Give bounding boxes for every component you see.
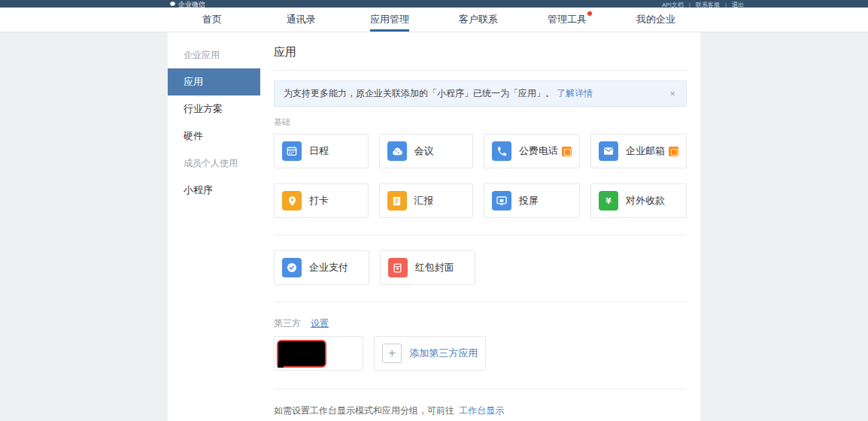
checkin-pin-icon	[282, 191, 302, 210]
top-dark-bar: 企业微信 API文档|联系客服|退出	[0, 0, 868, 8]
yuan-collect-icon: ¥	[599, 191, 618, 210]
separator: |	[689, 2, 690, 8]
notice-learn-more-link[interactable]: 了解详情	[557, 88, 593, 98]
notice-text: 为支持更多能力，原企业关联添加的「小程序」已统一为「应用」。 了解详情	[284, 87, 668, 100]
meeting-cloud-icon	[387, 141, 407, 161]
topbar-link-api-docs[interactable]: API文档	[662, 1, 684, 8]
group-label-basic: 基础	[274, 117, 687, 128]
cast-screen-icon	[492, 191, 511, 210]
notice-banner: 为支持更多能力，原企业关联添加的「小程序」已统一为「应用」。 了解详情 ×	[274, 80, 687, 107]
app-card-meeting-cloud[interactable]: 会议	[379, 134, 474, 168]
primary-navbar: 首页通讯录应用管理客户联系管理工具我的企业	[0, 8, 868, 32]
notification-dot	[587, 11, 592, 16]
promo-badge-icon	[562, 147, 572, 156]
topbar-link-support[interactable]: 联系客服	[696, 1, 720, 8]
third-party-label: 第三方	[274, 317, 301, 330]
wechat-work-logo-icon	[169, 1, 176, 8]
topbar-link-logout[interactable]: 退出	[732, 1, 744, 8]
sidebar-item-industry-solutions[interactable]: 行业方案	[168, 95, 260, 123]
third-party-header: 第三方 设置	[274, 317, 687, 330]
sidebar-item-hardware[interactable]: 硬件	[168, 123, 260, 150]
redacted-app-name	[277, 340, 326, 368]
svg-text:¥: ¥	[605, 196, 612, 206]
separator: |	[725, 2, 727, 8]
content-area: 应用 为支持更多能力，原企业关联添加的「小程序」已统一为「应用」。 了解详情 ×…	[260, 32, 700, 421]
divider	[274, 301, 687, 302]
app-card-mail[interactable]: 企业邮箱	[590, 134, 687, 168]
app-label: 日程	[309, 144, 329, 158]
redaction-notch	[278, 364, 284, 368]
wechat-work-logo: 企业微信	[169, 0, 205, 8]
nav-tab-customer-contact[interactable]: 客户联系	[434, 8, 523, 32]
sidebar-item-miniprogram[interactable]: 小程序	[168, 177, 260, 204]
sidebar-section-header: 企业应用	[168, 41, 260, 68]
phone-icon	[492, 141, 511, 161]
page-title: 应用	[274, 45, 687, 71]
nav-tabs: 首页通讯录应用管理客户联系管理工具我的企业	[168, 8, 700, 32]
sidebar-section-header: 成员个人使用	[168, 150, 260, 177]
nav-tab-label: 客户联系	[459, 8, 498, 32]
app-label: 投屏	[519, 194, 539, 207]
app-label: 打卡	[309, 194, 329, 207]
app-label: 对外收款	[626, 194, 665, 207]
apps-grid-third-party: + 添加第三方应用	[274, 336, 687, 371]
calendar-icon	[282, 141, 302, 161]
app-card-calendar[interactable]: 日程	[274, 134, 369, 168]
app-label: 红包封面	[415, 261, 454, 274]
main-panel: 企业应用应用行业方案硬件成员个人使用小程序 应用 为支持更多能力，原企业关联添加…	[168, 32, 700, 421]
app-label: 汇报	[414, 194, 434, 207]
red-packet-icon	[388, 258, 408, 277]
promo-badge-icon	[669, 147, 678, 156]
app-card-cast-screen[interactable]: 投屏	[484, 183, 580, 218]
page-body: 企业应用应用行业方案硬件成员个人使用小程序 应用 为支持更多能力，原企业关联添加…	[0, 32, 868, 421]
app-card-yuan-collect[interactable]: ¥对外收款	[590, 183, 687, 218]
topbar-links: API文档|联系客服|退出	[662, 1, 744, 8]
app-label: 企业支付	[309, 261, 348, 274]
app-card-checkin-pin[interactable]: 打卡	[274, 183, 369, 218]
mail-icon	[599, 141, 618, 161]
workbench-display-link[interactable]: 工作台显示	[459, 405, 504, 416]
third-party-settings-link[interactable]: 设置	[311, 317, 329, 330]
nav-tab-label: 我的企业	[636, 8, 675, 32]
nav-tab-app-management[interactable]: 应用管理	[345, 8, 434, 32]
app-label: 会议	[414, 144, 434, 158]
add-third-party-label: 添加第三方应用	[409, 347, 478, 360]
third-party-app-card[interactable]	[274, 336, 363, 371]
plus-icon: +	[382, 344, 402, 363]
apps-grid-payment: 企业支付红包封面	[274, 250, 687, 285]
app-label: 企业邮箱	[626, 144, 665, 158]
nav-tab-label: 首页	[202, 8, 222, 32]
app-card-report-doc[interactable]: 汇报	[379, 183, 474, 218]
nav-tab-label: 应用管理	[370, 8, 409, 32]
nav-tab-my-company[interactable]: 我的企业	[612, 8, 700, 32]
wechat-work-logo-text: 企业微信	[178, 0, 205, 8]
nav-tab-label: 管理工具	[548, 8, 587, 32]
divider	[274, 389, 687, 389]
workbench-note: 如需设置工作台显示模式和应用分组，可前往 工作台显示	[274, 404, 687, 417]
sidebar: 企业应用应用行业方案硬件成员个人使用小程序	[168, 32, 260, 421]
report-doc-icon	[387, 191, 407, 210]
app-card-red-packet[interactable]: 红包封面	[380, 250, 475, 285]
add-third-party-app-button[interactable]: + 添加第三方应用	[374, 336, 486, 371]
sidebar-item-apps[interactable]: 应用	[168, 68, 260, 95]
divider	[274, 235, 687, 235]
app-card-pay-check[interactable]: 企业支付	[274, 250, 369, 285]
nav-tab-home[interactable]: 首页	[168, 8, 256, 32]
app-label: 公费电话	[519, 144, 558, 158]
nav-tab-contacts[interactable]: 通讯录	[256, 8, 345, 32]
nav-tab-admin-tools[interactable]: 管理工具	[523, 8, 612, 32]
apps-grid-basic: 日程会议公费电话企业邮箱打卡汇报投屏¥对外收款	[274, 134, 687, 218]
pay-check-icon	[282, 258, 302, 277]
app-card-phone[interactable]: 公费电话	[484, 134, 580, 168]
nav-tab-label: 通讯录	[287, 8, 316, 32]
close-icon[interactable]: ×	[668, 89, 677, 98]
